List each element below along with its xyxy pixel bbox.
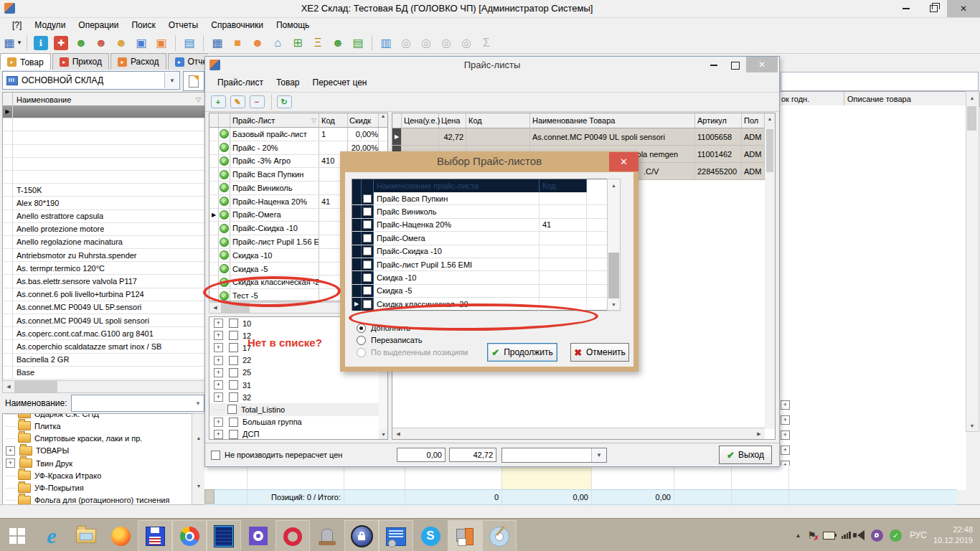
tree-item[interactable]: УФ-Краска Итрако [3,469,192,481]
scroll-thumb[interactable] [766,129,773,172]
menu-item-4[interactable]: Отчеты [162,18,204,32]
goods-list-header[interactable]: Наименование ▽ [2,92,206,107]
price-group-row[interactable]: +ДСП [209,428,387,440]
menu-item-2[interactable]: Операции [72,18,125,32]
expander-plus-icon[interactable]: + [214,331,223,340]
toolbar-doc-preview-icon[interactable]: ▤ [180,34,199,52]
chevron-down-icon[interactable]: ▼ [17,39,22,46]
column-description[interactable]: Описание товара [844,92,980,106]
hidden-icons-arrow[interactable]: ▲ [795,532,801,539]
goods-row[interactable]: Anello protezione motore [3,223,205,236]
tab-rashod[interactable]: ▸Расход [110,53,166,70]
goods-row[interactable]: T-150K [3,184,205,197]
expander-plus-icon[interactable]: + [781,430,790,440]
scroll-down-icon[interactable]: ▼ [966,420,978,431]
goods-row[interactable]: As.connet.6 poli livello+turbina P124 [3,288,205,301]
menu-item-6[interactable]: Помощь [270,18,316,32]
group-checkbox[interactable] [229,331,238,340]
selected-cell[interactable] [502,466,592,489]
expander-plus-icon[interactable]: + [214,368,223,377]
pricelist-checkbox[interactable] [363,234,372,242]
continue-button[interactable]: ✔ Продолжить [487,343,557,362]
viber-icon[interactable] [871,529,883,542]
products-hscrollbar[interactable]: ◀ ▶ [392,428,765,439]
tree-item-partial[interactable]: Одарюк С.К. СПД [3,414,192,420]
tree-item[interactable]: Спиртовые краски, лаки и пр. [3,432,192,444]
toolbar-bank-icon[interactable]: Ξ [308,34,327,52]
toolbar-info-icon[interactable]: ℹ [32,34,50,52]
sort-icon[interactable]: ▽ [311,117,319,124]
toolbar-window-design-icon[interactable]: ▣ [152,34,171,52]
scroll-down-icon[interactable]: ▼ [193,462,204,510]
goods-row-empty[interactable] [3,118,205,131]
toolbar-box-icon[interactable]: ■ [228,34,247,52]
tree-item[interactable]: +ТОВАРЫ [3,445,192,457]
taskbar-file-explorer-icon[interactable] [69,520,103,551]
dialog-pricelist-row[interactable]: Прайс-Скидка -10 [352,245,620,258]
taskbar-remote-desktop-icon[interactable] [379,520,413,551]
toolbar-user-delete-icon[interactable]: ☻ [92,34,110,52]
toolbar-search-next-icon[interactable]: ◎ [437,34,456,52]
scroll-up-icon[interactable]: ▲ [379,113,387,127]
price-group-row[interactable]: +Большая группа [209,416,387,428]
toolbar-search-icon[interactable]: ◎ [397,34,415,52]
scroll-up-icon[interactable]: ▲ [765,113,775,128]
radio-append[interactable]: Дополнить [357,323,410,333]
taskbar-skype-icon[interactable]: S [413,520,448,551]
dialog-pricelist-row[interactable]: Прайс Вася Пупкин [352,192,620,205]
expander-plus-icon[interactable]: + [6,446,15,456]
tab-prihod[interactable]: ▸Приход [52,53,109,70]
scroll-up-icon[interactable]: ▲ [966,92,978,103]
toolbar-partners-icon[interactable]: ☻ [248,34,267,52]
expander-plus-icon[interactable]: + [214,343,223,352]
column-article[interactable]: Артикул [695,113,742,128]
tree-item[interactable]: Плитка [3,420,192,432]
chevron-down-icon[interactable]: ▼ [591,448,606,462]
column-price-currency[interactable]: Цена(у.е.) [402,113,439,128]
scroll-thumb[interactable] [14,381,57,392]
goods-row[interactable]: As.connet.MC P0049 UL 5P.sensori [3,301,205,314]
taskbar-keepass-icon[interactable] [344,520,379,551]
taskbar-paint-icon[interactable] [482,520,517,551]
goods-row[interactable]: Anello regolazione macinatura [3,236,205,249]
menu-item-1[interactable]: Модули [28,18,72,32]
group-checkbox[interactable] [229,343,238,352]
expander-plus-icon[interactable]: + [6,458,15,468]
column-discount[interactable]: Скидк [348,113,379,127]
scroll-up-icon[interactable]: ▲ [193,414,204,462]
column-product-name[interactable]: Наименование Товара [530,113,695,128]
pricelist-checkbox[interactable] [363,300,372,309]
dialog-pricelist-row[interactable]: Прайс-лист Pupil 1.56 EMI [352,258,620,271]
goods-row[interactable]: As.coperchio scaldatazze smart inox / SB [3,340,205,353]
scroll-thumb[interactable] [221,303,250,313]
pricelist-checkbox[interactable] [363,247,372,255]
scroll-left-icon[interactable]: ◀ [209,303,221,313]
column-pricelist-name[interactable]: Наименование прайс-листа [374,179,540,192]
toolbar-user-accept-icon[interactable]: ☻ [72,34,90,52]
expander-plus-icon[interactable]: + [214,430,223,439]
taskbar-opera-icon[interactable] [275,520,310,551]
price-field-2[interactable]: 42,72 [449,448,496,462]
pricelist-checkbox[interactable] [363,260,372,269]
goods-list-hscrollbar[interactable]: ◀ [2,380,206,393]
taskbar-mouse-tool-icon[interactable] [310,520,344,551]
goods-row-empty[interactable] [3,158,205,171]
radio-overwrite[interactable]: Перезаписать [357,335,422,345]
minimize-button[interactable] [703,57,725,74]
name-filter-input[interactable]: ▼ [71,395,204,412]
taskbar-server-monitor-icon[interactable] [207,520,241,551]
scroll-left-icon[interactable]: ◀ [3,381,14,392]
toolbar-recalc-prices-icon[interactable]: ↻ [275,94,293,110]
toolbar-org-structure-icon[interactable]: ⊞ [288,34,307,52]
updates-ok-icon[interactable]: ✓ [890,529,902,542]
group-checkbox[interactable] [229,368,238,377]
product-row[interactable]: ▶42,72As.connet.MC P0049 UL spoli sensor… [392,128,775,146]
pricelist-checkbox[interactable] [363,194,372,203]
price-menu-item-0[interactable]: Прайс-лист [211,75,270,90]
taskbar-settings-gear-icon[interactable] [241,520,275,551]
group-checkbox[interactable] [229,356,238,365]
restore-button[interactable] [920,0,947,17]
expander-plus-icon[interactable]: + [214,319,223,328]
group-checkbox[interactable] [229,418,238,427]
minimize-button[interactable] [892,0,920,17]
